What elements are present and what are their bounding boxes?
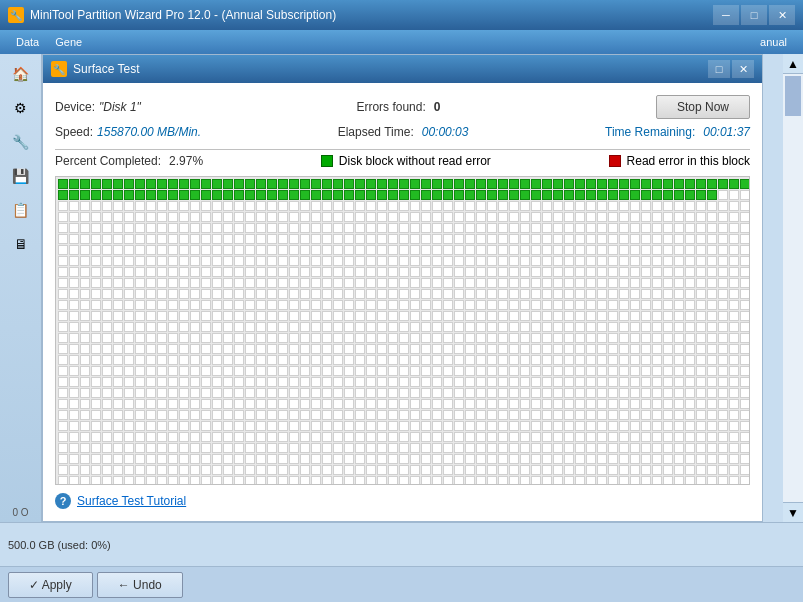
block-cell	[58, 322, 68, 332]
block-cell	[729, 190, 739, 200]
info-separator	[55, 149, 750, 150]
block-cell	[707, 256, 717, 266]
block-cell	[223, 333, 233, 343]
block-cell	[553, 300, 563, 310]
block-cell	[91, 223, 101, 233]
block-cell	[542, 377, 552, 387]
block-cell	[91, 399, 101, 409]
block-cell	[410, 245, 420, 255]
block-cell	[674, 333, 684, 343]
block-cell	[454, 256, 464, 266]
block-cell	[91, 333, 101, 343]
block-cell	[300, 278, 310, 288]
block-cell	[245, 322, 255, 332]
block-cell	[410, 190, 420, 200]
block-cell	[267, 234, 277, 244]
block-cell	[509, 399, 519, 409]
block-cell	[135, 421, 145, 431]
block-cell	[311, 410, 321, 420]
block-cell	[476, 212, 486, 222]
block-cell	[520, 366, 530, 376]
block-cell	[344, 190, 354, 200]
close-button[interactable]: ✕	[769, 5, 795, 25]
block-cell	[113, 311, 123, 321]
block-cell	[201, 245, 211, 255]
stop-now-button[interactable]: Stop Now	[656, 95, 750, 119]
block-cell	[278, 476, 288, 485]
block-cell	[465, 476, 475, 485]
block-cell	[80, 234, 90, 244]
dialog-close-button[interactable]: ✕	[732, 60, 754, 78]
block-cell	[212, 410, 222, 420]
block-cell	[454, 410, 464, 420]
block-cell	[509, 311, 519, 321]
block-cell	[168, 267, 178, 277]
undo-button[interactable]: ← Undo	[97, 572, 183, 598]
sidebar-icon-list[interactable]: 📋	[5, 194, 37, 226]
block-cell	[311, 190, 321, 200]
block-cell	[498, 388, 508, 398]
block-cell	[333, 377, 343, 387]
block-cell	[355, 245, 365, 255]
block-cell	[685, 311, 695, 321]
sidebar-icon-settings[interactable]: ⚙	[5, 92, 37, 124]
dialog-maximize-button[interactable]: □	[708, 60, 730, 78]
block-cell	[58, 300, 68, 310]
block-cell	[102, 300, 112, 310]
scrollbar-down[interactable]: ▼	[783, 502, 803, 522]
block-cell	[58, 212, 68, 222]
apply-button[interactable]: ✓ Apply	[8, 572, 93, 598]
block-cell	[696, 410, 706, 420]
block-cell	[630, 476, 640, 485]
sidebar-icon-disk[interactable]: 💾	[5, 160, 37, 192]
block-cell	[289, 454, 299, 464]
block-cell	[388, 388, 398, 398]
block-cell	[564, 421, 574, 431]
block-cell	[256, 476, 266, 485]
block-cell	[168, 432, 178, 442]
tutorial-link[interactable]: Surface Test Tutorial	[77, 494, 186, 508]
sidebar-icon-tools[interactable]: 🔧	[5, 126, 37, 158]
block-cell	[80, 421, 90, 431]
minimize-button[interactable]: ─	[713, 5, 739, 25]
block-cell	[91, 289, 101, 299]
scrollbar-up[interactable]: ▲	[783, 54, 803, 74]
block-cell	[454, 333, 464, 343]
scrollbar-thumb[interactable]	[785, 76, 801, 116]
block-cell	[234, 322, 244, 332]
block-cell	[520, 300, 530, 310]
block-cell	[388, 245, 398, 255]
block-cell	[333, 289, 343, 299]
block-cell	[223, 366, 233, 376]
block-cell	[729, 234, 739, 244]
elapsed-time-label: Elapsed Time:	[338, 125, 414, 139]
block-cell	[575, 256, 585, 266]
block-cell	[212, 223, 222, 233]
block-cell	[366, 311, 376, 321]
block-cell	[58, 267, 68, 277]
block-cell	[190, 322, 200, 332]
block-cell	[377, 278, 387, 288]
block-cell	[179, 322, 189, 332]
block-cell	[641, 377, 651, 387]
block-cell	[300, 245, 310, 255]
menu-data-recovery[interactable]: Data	[8, 34, 47, 50]
block-cell	[421, 256, 431, 266]
app-title-bar: 🔧 MiniTool Partition Wizard Pro 12.0 - (…	[0, 0, 803, 30]
block-cell	[311, 355, 321, 365]
block-cell	[311, 432, 321, 442]
block-cell	[454, 179, 464, 189]
sidebar-icon-monitor[interactable]: 🖥	[5, 228, 37, 260]
block-cell	[179, 366, 189, 376]
block-cell	[168, 333, 178, 343]
block-cell	[586, 300, 596, 310]
block-cell	[542, 344, 552, 354]
block-cell	[113, 333, 123, 343]
block-cell	[531, 476, 541, 485]
menu-general[interactable]: Gene	[47, 34, 90, 50]
maximize-button[interactable]: □	[741, 5, 767, 25]
sidebar-icon-home[interactable]: 🏠	[5, 58, 37, 90]
block-cell	[740, 289, 750, 299]
dialog-title-bar: 🔧 Surface Test □ ✕	[43, 55, 762, 83]
block-cell	[146, 256, 156, 266]
